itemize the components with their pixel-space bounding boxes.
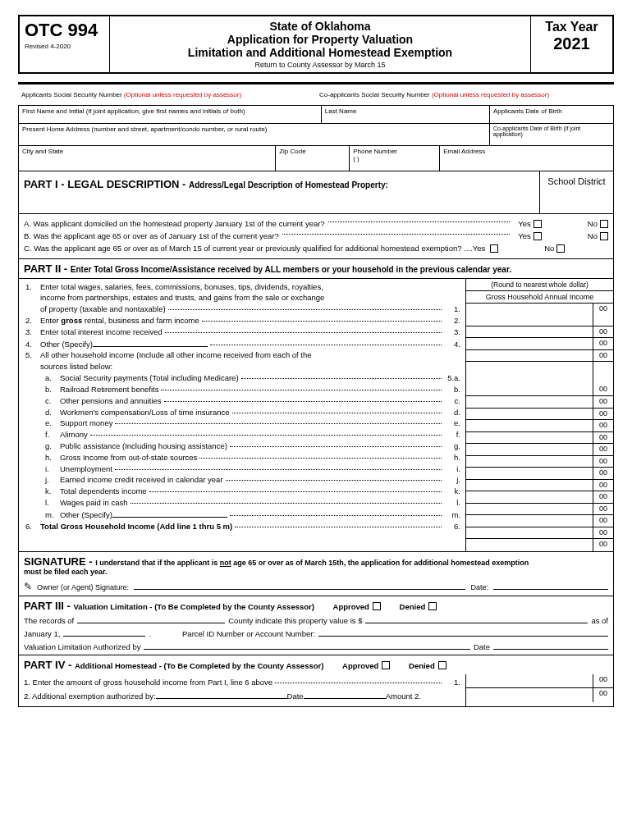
amt-5i[interactable] (466, 480, 593, 491)
signature-section: SIGNATURE - I understand that if the app… (18, 552, 614, 596)
qc-yes[interactable] (490, 244, 498, 253)
line1-text: Enter total wages, salaries, fees, commi… (40, 282, 323, 293)
auth-field[interactable] (144, 641, 470, 650)
coapplicant-dob-field[interactable]: Co-applicants Date of Birth (if joint ap… (490, 124, 613, 145)
part2-body: 1.Enter total wages, salaries, fees, com… (18, 279, 614, 552)
question-a: A. Was applicant domiciled on the homest… (24, 217, 325, 230)
amt-2[interactable] (466, 326, 593, 338)
p4-auth-field[interactable] (156, 691, 287, 699)
p4-denied[interactable]: Denied (409, 661, 447, 670)
applicant-dob-field[interactable]: Applicants Date of Birth (490, 106, 613, 123)
line3-text: Enter total interest income received (40, 327, 163, 338)
amt-1[interactable] (466, 304, 593, 326)
qc-no[interactable]: No (544, 242, 565, 254)
round-note: (Round to nearest whole dollar) (466, 279, 613, 290)
part4-header: PART IV - Additional Homestead - (To Be … (18, 655, 614, 674)
form-header: OTC 994 Revised 4-2020 State of Oklahoma… (18, 15, 614, 74)
amt-5l[interactable] (466, 515, 593, 527)
tax-year: 2021 (536, 34, 607, 53)
p4-amt-1[interactable] (466, 674, 593, 687)
line4-text: Other (Specify) (40, 340, 93, 350)
address-field[interactable]: Present Home Address (number and street,… (19, 124, 490, 145)
amt-5j[interactable] (466, 491, 593, 503)
amt-6[interactable] (466, 539, 593, 551)
part1-questions: A. Was applicant domiciled on the homest… (18, 214, 614, 259)
amt-4[interactable] (466, 350, 593, 362)
part3-section: PART III - Valuation Limitation - (To Be… (18, 596, 614, 655)
amt-5g[interactable] (466, 456, 593, 468)
state-name: State of Oklahoma (115, 20, 525, 33)
part1-desc: Address/Legal Description of Homestead P… (189, 180, 388, 189)
zip-field[interactable]: Zip Code (276, 146, 350, 171)
amt-5f[interactable] (466, 444, 593, 455)
amt-5k[interactable] (466, 504, 593, 515)
divider (18, 82, 614, 84)
part1-title: PART I - LEGAL DESCRIPTION - (24, 178, 189, 190)
qa-no[interactable]: No (588, 217, 608, 230)
signature-field[interactable] (134, 582, 465, 590)
qb-yes[interactable]: Yes (518, 230, 542, 242)
tax-year-label: Tax Year (536, 20, 607, 34)
coapplicant-ssn-label: Co-applicants Social Security Number (Op… (316, 89, 614, 105)
last-name-field[interactable]: Last Name (322, 106, 490, 123)
first-name-field[interactable]: First Name and Initial (if joint applica… (19, 106, 322, 123)
p3-approved[interactable]: Approved (333, 602, 381, 611)
phone-field[interactable]: Phone Number( ) (350, 146, 440, 171)
form-code: OTC 994 (25, 20, 104, 41)
ssn-row: Applicants Social Security Number (Optio… (18, 89, 614, 105)
county-field[interactable] (77, 615, 225, 623)
amt-3[interactable] (466, 338, 593, 349)
qb-no[interactable]: No (588, 230, 608, 242)
pen-icon: ✎ (24, 581, 32, 592)
amt-5c[interactable] (466, 409, 593, 420)
title-2: Limitation and Additional Homestead Exem… (115, 46, 525, 59)
email-field[interactable]: Email Address (440, 146, 613, 171)
return-by: Return to County Assessor by March 15 (115, 61, 525, 69)
parcel-field[interactable] (318, 628, 608, 637)
qa-yes[interactable]: Yes (518, 217, 542, 230)
question-c: C. Was the applicant age 65 or over as o… (24, 242, 485, 254)
question-b: B. Was the applicant age 65 or over as o… (24, 230, 279, 242)
p4-amt-2[interactable] (466, 688, 593, 702)
city-state-field[interactable]: City and State (19, 146, 276, 171)
applicant-ssn-label: Applicants Social Security Number (Optio… (18, 89, 316, 105)
line5-text: All other household income (Include all … (40, 350, 312, 361)
title-1: Application for Property Valuation (115, 33, 525, 46)
sig-date-label: Date: (470, 583, 488, 591)
p3-date-field[interactable] (493, 641, 608, 650)
applicant-info-grid: First Name and Initial (if joint applica… (18, 105, 614, 171)
amt-5e[interactable] (466, 432, 593, 444)
line2-text: Enter gross rental, business and farm in… (40, 316, 199, 326)
amt-5b[interactable] (466, 396, 593, 408)
p4-approved[interactable]: Approved (342, 661, 390, 670)
p3-denied[interactable]: Denied (400, 602, 437, 611)
part4-body: 1. Enter the amount of gross household i… (18, 674, 614, 708)
sig-date-field[interactable] (493, 582, 608, 590)
amt-5d[interactable] (466, 420, 593, 431)
school-district-field[interactable]: School District (539, 171, 613, 213)
value-field[interactable] (365, 615, 588, 623)
amt-5h[interactable] (466, 468, 593, 479)
revised-date: Revised 4-2020 (25, 43, 104, 50)
part2-header: PART II - Enter Total Gross Income/Assis… (18, 259, 614, 279)
amt-5m[interactable] (466, 527, 593, 539)
owner-sig-label: Owner (or Agent) Signature: (37, 583, 129, 591)
jan-date-field[interactable] (63, 628, 145, 637)
income-col-header: Gross Household Annual Income (466, 290, 613, 304)
amt-5a[interactable] (466, 362, 593, 395)
p4-date-field[interactable] (304, 691, 386, 699)
part1-header: PART I - LEGAL DESCRIPTION - Address/Leg… (18, 171, 614, 214)
